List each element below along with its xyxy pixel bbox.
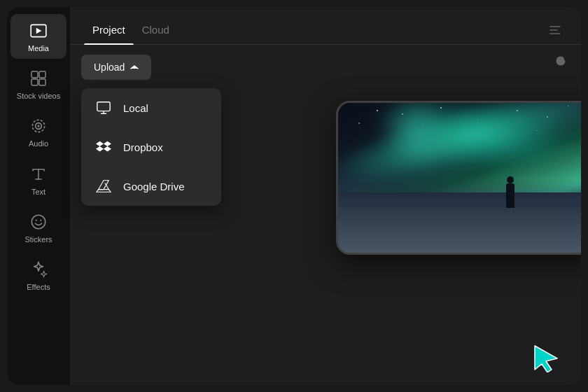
svg-rect-5	[39, 79, 46, 85]
refresh-button[interactable]	[554, 55, 567, 70]
tab-cloud[interactable]: Cloud	[134, 18, 178, 44]
sidebar-item-audio[interactable]: Audio	[10, 109, 66, 154]
tab-project[interactable]: Project	[84, 18, 134, 44]
dropdown-item-local[interactable]: Local	[81, 88, 221, 127]
svg-rect-4	[31, 79, 38, 85]
sidebar-item-text-label: Text	[31, 188, 46, 197]
person-silhouette	[504, 176, 517, 208]
svg-rect-3	[39, 71, 46, 78]
dropbox-label: Dropbox	[123, 141, 163, 153]
svg-point-11	[40, 220, 41, 221]
local-label: Local	[123, 102, 148, 114]
dropdown-item-dropbox[interactable]: Dropbox	[81, 127, 221, 167]
text-icon	[29, 164, 48, 184]
upload-dropdown: Local Dropbox	[81, 88, 221, 206]
sidebar-item-media[interactable]: Media	[10, 14, 66, 59]
cursor-arrow	[532, 343, 560, 371]
sidebar-item-audio-label: Audio	[29, 139, 48, 148]
upload-label: Upload	[94, 62, 125, 73]
main-content: Project Cloud Upload	[70, 7, 581, 385]
media-icon	[29, 21, 48, 41]
sidebar: Media Stock videos	[7, 7, 70, 385]
sidebar-item-effects-label: Effects	[27, 283, 50, 292]
monitor-icon	[95, 99, 112, 116]
sidebar-item-stickers-label: Stickers	[24, 235, 52, 244]
app-container: Media Stock videos	[7, 7, 581, 385]
sidebar-item-effects[interactable]: Effects	[10, 253, 66, 298]
google-drive-label: Google Drive	[123, 181, 185, 192]
panel-content: Upload Local	[70, 45, 581, 385]
svg-marker-1	[36, 28, 42, 34]
sidebar-item-media-label: Media	[28, 44, 49, 53]
svg-point-8	[37, 125, 39, 127]
sidebar-item-stock-videos-label: Stock videos	[17, 92, 60, 101]
dropdown-item-google-drive[interactable]: Google Drive	[81, 167, 221, 206]
tabs-header: Project Cloud	[70, 7, 581, 45]
google-drive-icon	[95, 178, 112, 195]
collapse-button[interactable]	[543, 22, 567, 40]
svg-rect-2	[31, 71, 38, 78]
svg-point-10	[36, 220, 37, 221]
sidebar-item-text[interactable]: Text	[10, 158, 66, 202]
svg-rect-12	[97, 102, 110, 111]
dropbox-icon	[95, 139, 112, 155]
svg-point-9	[31, 215, 46, 229]
sidebar-item-stock-videos[interactable]: Stock videos	[10, 62, 66, 106]
stickers-icon	[29, 212, 48, 232]
ground-layer	[338, 192, 581, 253]
preview-image	[338, 103, 581, 253]
sidebar-item-stickers[interactable]: Stickers	[10, 205, 66, 250]
stock-videos-icon	[29, 69, 48, 88]
preview-image-container	[336, 101, 581, 255]
audio-icon	[29, 116, 48, 136]
effects-icon	[29, 260, 48, 279]
upload-button[interactable]: Upload	[81, 55, 151, 80]
